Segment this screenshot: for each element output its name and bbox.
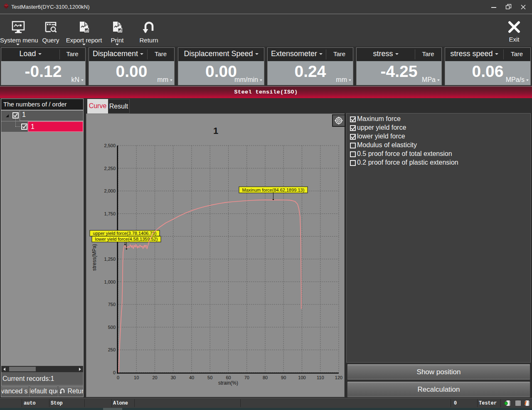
- svg-text:50: 50: [207, 375, 212, 380]
- svg-text:Maxinum force(84.62,1899.13): Maxinum force(84.62,1899.13): [242, 188, 305, 193]
- svg-text:20: 20: [152, 375, 157, 380]
- svg-text:1,250: 1,250: [104, 257, 116, 262]
- svg-text:1,000: 1,000: [104, 279, 116, 284]
- svg-text:40: 40: [189, 375, 194, 380]
- svg-text:70: 70: [244, 375, 249, 380]
- svg-text:upper yield force(3.78,1406.78: upper yield force(3.78,1406.78): [93, 231, 157, 236]
- svg-text:stress(MPa): stress(MPa): [91, 244, 97, 271]
- svg-text:2,000: 2,000: [104, 188, 116, 193]
- svg-text:750: 750: [108, 302, 116, 307]
- svg-text:60: 60: [226, 375, 231, 380]
- svg-text:120: 120: [335, 375, 342, 380]
- svg-text:0: 0: [117, 375, 119, 380]
- svg-text:10: 10: [134, 375, 139, 380]
- svg-text:30: 30: [171, 375, 176, 380]
- svg-text:250: 250: [108, 347, 116, 352]
- svg-text:lower yield force(4.58,1359.52: lower yield force(4.58,1359.52): [95, 237, 158, 242]
- svg-text:90: 90: [281, 375, 286, 380]
- svg-text:1,750: 1,750: [104, 211, 116, 216]
- svg-text:0: 0: [113, 370, 116, 375]
- svg-text:1: 1: [213, 126, 218, 136]
- svg-text:2,500: 2,500: [104, 143, 116, 148]
- svg-text:500: 500: [108, 325, 116, 330]
- svg-text:100: 100: [298, 375, 305, 380]
- svg-text:strain(%): strain(%): [218, 380, 238, 386]
- svg-text:110: 110: [317, 375, 324, 380]
- svg-text:2,250: 2,250: [104, 166, 116, 171]
- svg-text:80: 80: [263, 375, 268, 380]
